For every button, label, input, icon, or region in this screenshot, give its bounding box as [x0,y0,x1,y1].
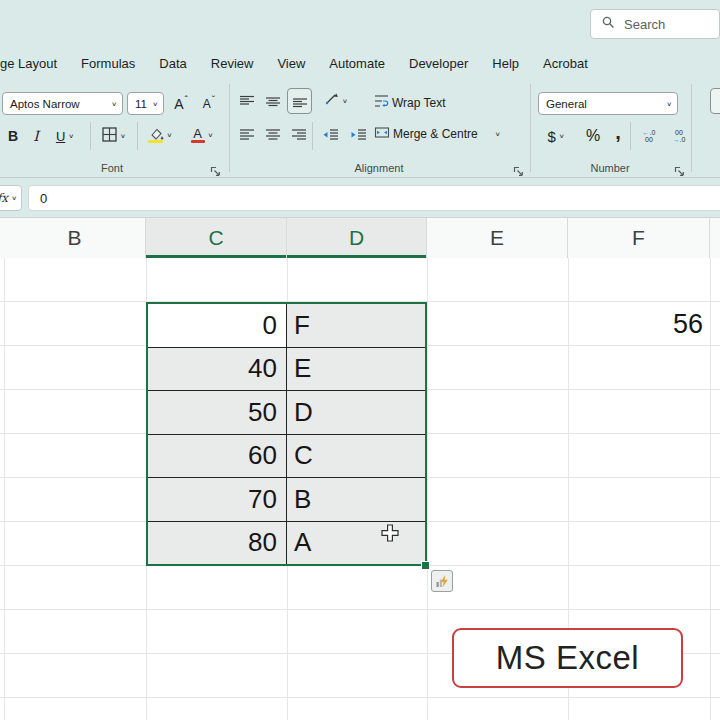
cell-score[interactable]: 80 [148,522,287,565]
font-color-button[interactable]: A ∨ [184,122,220,148]
cell-score[interactable]: 60 [148,435,287,478]
center-button[interactable] [262,124,284,146]
column-header-g-partial[interactable] [710,218,720,258]
increase-font-size-button[interactable]: Aˆ [168,92,194,116]
column-header-c[interactable]: C [146,218,287,258]
fill-handle[interactable] [421,561,430,570]
underline-button[interactable]: U ∨ [48,124,82,148]
orientation-button[interactable]: ∨ [318,90,354,112]
number-format-value: General [546,98,587,110]
font-name-value: Aptos Narrow [10,98,80,110]
search-input[interactable]: Search [590,9,720,39]
number-format-combo[interactable]: General ∨ [538,92,678,115]
insert-function-button[interactable]: ƒx ∨ [0,185,22,211]
formula-value: 0 [40,191,47,206]
caret-up-icon: ˆ [185,95,188,106]
conditional-formatting-icon[interactable] [710,88,720,114]
cell-score[interactable]: 70 [148,478,287,521]
percent-icon: % [586,127,600,145]
title-bar: Search [0,0,720,48]
bottom-align-button-selected[interactable] [287,88,312,114]
currency-format-button[interactable]: $ ∨ [540,124,572,148]
merge-centre-button[interactable]: Merge & Centre ∨ [374,125,501,143]
column-header-d[interactable]: D [287,218,427,258]
formula-bar-row: ƒx ∨ 0 [0,178,720,218]
table-row[interactable]: 40 E [148,348,425,392]
chevron-down-icon: ∨ [559,133,565,139]
font-name-combo[interactable]: Aptos Narrow ∨ [2,92,123,115]
tab-acrobat[interactable]: Acrobat [543,56,588,71]
merge-centre-label: Merge & Centre [393,127,478,141]
increase-indent-button[interactable] [346,124,370,146]
borders-icon [102,127,117,146]
cell-score-active[interactable]: 0 [148,304,287,347]
chevron-down-icon: ∨ [68,133,74,139]
italic-button[interactable]: I [27,124,45,148]
table-row[interactable]: 70 B [148,478,425,522]
ribbon: Aptos Narrow ∨ 11 ∨ Aˆ Aˇ B I U ∨ ∨ [0,78,720,178]
gridline [4,258,5,720]
borders-button[interactable]: ∨ [96,124,132,148]
cell-score[interactable]: 50 [148,391,287,434]
column-header-b[interactable]: B [4,218,146,258]
conditional-formatting-button[interactable]: Conditional Formatting [696,118,720,150]
column-header-f[interactable]: F [568,218,710,258]
table-row[interactable]: 60 C [148,435,425,479]
group-separator [229,84,230,172]
table-row[interactable]: 0 F [148,304,425,348]
decrease-decimal-button[interactable]: 00→.0 [666,124,692,148]
cell-score[interactable]: 40 [148,348,287,391]
tab-automate[interactable]: Automate [329,56,385,71]
percent-format-button[interactable]: % [580,124,606,148]
align-left-button[interactable] [236,124,258,146]
fill-color-button[interactable]: ∨ [142,122,178,148]
tab-view[interactable]: View [277,56,305,71]
gridline [710,258,711,720]
cell-grade[interactable]: B [287,478,425,521]
search-placeholder: Search [624,17,665,32]
table-row[interactable]: 50 D [148,391,425,435]
increase-decimal-button[interactable]: ←.000 [636,124,662,148]
caret-down-icon: ˇ [212,95,215,106]
top-align-button[interactable] [236,90,258,112]
font-size-combo[interactable]: 11 ∨ [127,92,164,115]
tab-developer[interactable]: Developer [409,56,468,71]
group-separator [691,84,692,172]
orientation-icon [324,92,339,110]
ms-excel-badge: MS Excel [452,628,683,688]
formula-bar-input[interactable]: 0 [28,185,720,211]
tab-review[interactable]: Review [211,56,254,71]
divider [90,122,91,150]
currency-icon: $ [547,128,555,145]
decrease-indent-button[interactable] [318,124,342,146]
cell-f-value[interactable]: 56 [568,302,710,346]
group-separator [530,84,531,172]
column-header-e[interactable]: E [427,218,568,258]
bold-icon: B [8,128,18,144]
underline-icon: U [56,129,65,144]
comma-icon: , [615,121,621,144]
font-dialog-launcher[interactable] [210,163,222,175]
cell-grade[interactable]: C [287,435,425,478]
comma-format-button[interactable]: , [609,120,627,144]
wrap-text-button[interactable]: Wrap Text [374,94,446,112]
cell-grade[interactable]: A [287,522,425,565]
chevron-down-icon: ∨ [11,195,17,201]
cell-grade[interactable]: D [287,391,425,434]
tab-formulas[interactable]: Formulas [81,56,135,71]
chevron-down-icon: ∨ [495,131,501,137]
quick-analysis-button[interactable] [431,570,453,592]
tab-page-layout[interactable]: ge Layout [0,56,57,71]
cell-grade[interactable]: E [287,348,425,391]
bold-button[interactable]: B [2,124,24,148]
wrap-text-label: Wrap Text [392,96,446,110]
number-dialog-launcher[interactable] [674,163,686,175]
alignment-dialog-launcher[interactable] [513,163,525,175]
align-right-button[interactable] [288,124,310,146]
decrease-font-size-button[interactable]: Aˇ [196,92,222,116]
tab-help[interactable]: Help [492,56,519,71]
tab-data[interactable]: Data [159,56,186,71]
font-color-icon: A [191,127,205,143]
cell-grade[interactable]: F [287,304,425,347]
middle-align-button[interactable] [262,90,284,112]
